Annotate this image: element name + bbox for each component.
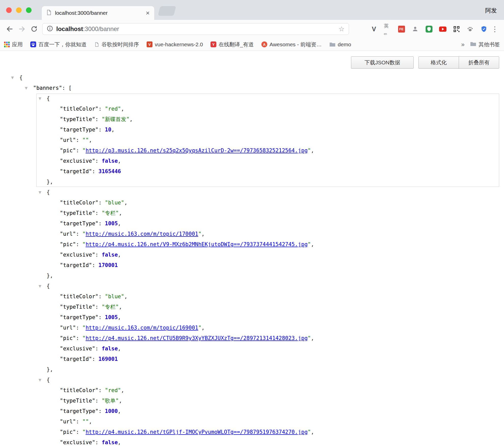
json-key: "typeTitle" <box>60 398 95 404</box>
browser-menu-icon[interactable]: ⋮ <box>489 25 500 33</box>
new-tab-button[interactable] <box>158 6 176 16</box>
titlebar: localhost:3000/banner × 阿发 <box>0 0 504 20</box>
json-object: ▼{"titleColor": "red","typeTitle": "新碟首发… <box>0 93 504 187</box>
json-key: "titleColor" <box>60 293 99 300</box>
bookmark-label: 谷歌按时间排序 <box>102 41 139 48</box>
zoom-window-button[interactable] <box>26 7 32 13</box>
json-url-link[interactable]: http://p4.music.126.net/tGPljf-IMOCyPvum… <box>86 429 307 435</box>
browser-tab[interactable]: localhost:3000/banner × <box>42 6 154 20</box>
json-line: "titleColor": "blue", <box>0 198 504 208</box>
json-key: "targetId" <box>60 168 92 174</box>
collapse-caret-icon[interactable]: ▼ <box>37 93 43 104</box>
extension-youtube-icon[interactable] <box>439 25 446 33</box>
json-line: "targetType": 10, <box>0 125 504 135</box>
json-number-value: 1005 <box>105 220 118 227</box>
bookmark-item[interactable]: Vvue-hackernews-2.0 <box>147 41 203 48</box>
json-key: "exclusive" <box>60 252 95 258</box>
json-string-value: "blue" <box>105 293 124 300</box>
translate-icon: 英en <box>384 23 391 35</box>
json-line: "targetId": 170001 <box>0 260 504 271</box>
json-string-value: "歌单" <box>102 398 119 404</box>
json-line: ▼{ <box>0 281 504 291</box>
json-line: "titleColor": "red", <box>0 104 504 114</box>
collapse-caret-icon[interactable]: ▼ <box>37 281 43 291</box>
folder-icon <box>329 42 335 47</box>
bookmark-item[interactable]: 应用 <box>4 41 23 48</box>
collapse-caret-icon[interactable]: ▼ <box>37 187 43 198</box>
guard-icon <box>426 26 432 33</box>
json-key: "targetId" <box>60 356 92 362</box>
json-line: }, <box>0 364 504 375</box>
json-key: "banners" <box>33 85 62 91</box>
json-line: ▼{ <box>0 72 504 83</box>
back-button[interactable] <box>4 23 16 35</box>
vue-icon: V <box>147 41 152 47</box>
json-line: "url": "http://music.163.com/m/topic/169… <box>0 323 504 333</box>
json-line: "pic": "http://p4.music.126.net/V9-MXz6b… <box>0 239 504 250</box>
json-string-value: "blue" <box>105 200 124 206</box>
download-json-button[interactable]: 下载JSON数据 <box>351 56 414 69</box>
url-bar[interactable]: localhost:3000/banner ☆ <box>42 23 349 35</box>
extension-paw-icon[interactable] <box>466 25 474 33</box>
bookmark-label: vue-hackernews-2.0 <box>155 41 203 48</box>
json-boolean-value: false <box>102 252 118 258</box>
json-url-link[interactable]: http://p4.music.126.net/CTU5B9R9y3XyYBZX… <box>86 335 307 341</box>
collapse-caret-icon[interactable]: ▼ <box>10 72 15 83</box>
minimize-window-button[interactable] <box>16 7 22 13</box>
json-line: "exclusive": false, <box>0 250 504 260</box>
json-key: "titleColor" <box>60 106 99 112</box>
json-url-link[interactable]: http://p4.music.126.net/V9-MXz6b2MNhEKju… <box>86 241 307 247</box>
json-key: "targetType" <box>60 220 99 227</box>
collapse-caret-icon[interactable]: ▼ <box>23 83 29 93</box>
folder-icon <box>470 41 476 48</box>
extension-fe-icon[interactable]: FE <box>398 25 405 33</box>
extension-qr-code-icon[interactable] <box>453 25 460 33</box>
site-info-icon[interactable] <box>47 25 53 33</box>
other-bookmarks-folder[interactable]: 其他书签 <box>470 41 500 48</box>
close-window-button[interactable] <box>6 7 12 13</box>
json-boolean-value: false <box>102 439 118 445</box>
json-toolbar: 下载JSON数据 格式化 折叠所有 <box>351 56 499 69</box>
format-button[interactable]: 格式化 <box>418 56 459 69</box>
json-string-value: "新碟首发" <box>102 116 129 122</box>
json-line: ▼{ <box>0 375 504 385</box>
collapse-caret-icon[interactable]: ▼ <box>37 375 43 385</box>
bookmark-items: 应用百度一下，你就知道谷歌按时间排序Vvue-hackernews-2.0Y在线… <box>4 41 351 48</box>
forward-button[interactable] <box>16 23 28 35</box>
collapse-all-button[interactable]: 折叠所有 <box>459 56 499 69</box>
json-boolean-value: false <box>102 158 118 164</box>
json-line: "url": "http://music.163.com/m/topic/170… <box>0 229 504 239</box>
bookmarks-right: » 其他书签 <box>461 41 500 48</box>
json-line: "exclusive": false, <box>0 437 504 446</box>
json-key: "targetType" <box>60 408 99 414</box>
bookmark-item[interactable]: AAwesomes - 前端资… <box>261 41 322 48</box>
bookmark-star-icon[interactable]: ☆ <box>339 25 345 33</box>
bookmark-item[interactable]: Y在线翻译_有道 <box>211 41 254 48</box>
extension-people-icon[interactable] <box>411 25 419 33</box>
apps-grid-icon <box>4 42 10 47</box>
extension-translate-icon[interactable]: 英en <box>384 25 391 33</box>
bookmarks-overflow-chevron[interactable]: » <box>461 41 465 48</box>
bookmark-item[interactable]: 百度一下，你就知道 <box>30 41 87 48</box>
json-url-link[interactable]: http://p3.music.126.net/s25q2x5QyqsAzilC… <box>86 147 307 154</box>
json-line: "pic": "http://p4.music.126.net/tGPljf-I… <box>0 427 504 437</box>
baidu-icon <box>30 41 36 47</box>
extension-guard-icon[interactable] <box>425 25 433 33</box>
extension-shield-check-icon[interactable] <box>480 25 488 33</box>
bookmark-item[interactable]: demo <box>329 41 351 48</box>
json-url-link[interactable]: http://music.163.com/m/topic/170001 <box>86 231 198 237</box>
reload-button[interactable] <box>28 23 40 35</box>
json-line: }, <box>0 271 504 281</box>
json-url-link[interactable]: http://music.163.com/m/topic/169001 <box>86 325 198 331</box>
json-string-value: "专栏" <box>102 304 119 310</box>
json-string-value: "" <box>82 137 89 143</box>
json-key: "pic" <box>60 335 76 341</box>
format-collapse-button-group: 格式化 折叠所有 <box>418 56 499 69</box>
extension-vimium-icon[interactable]: V <box>370 25 378 33</box>
tab-close-icon[interactable]: × <box>145 10 150 16</box>
json-string-value: "" <box>82 419 89 425</box>
json-key: "typeTitle" <box>60 210 95 216</box>
bookmark-item[interactable]: 谷歌按时间排序 <box>94 41 139 48</box>
bookmark-label: demo <box>338 41 351 48</box>
json-number-value: 10 <box>105 127 111 133</box>
